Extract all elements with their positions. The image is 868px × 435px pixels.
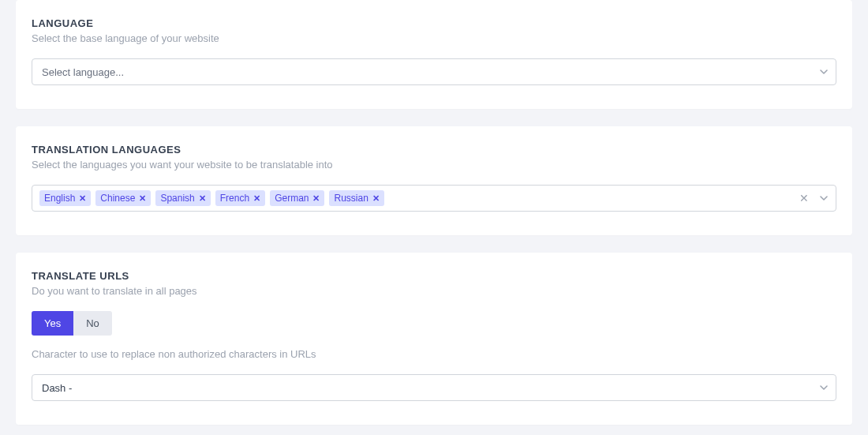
remove-tag-icon[interactable]: ✕: [312, 193, 320, 204]
language-tag[interactable]: Chinese ✕: [95, 190, 151, 206]
language-title: LANGUAGE: [32, 17, 836, 29]
language-select[interactable]: Select language...: [32, 58, 836, 85]
tag-label: German: [275, 193, 309, 204]
chevron-down-icon[interactable]: [820, 194, 828, 202]
clear-all-icon[interactable]: ✕: [799, 192, 809, 204]
remove-tag-icon[interactable]: ✕: [199, 193, 206, 204]
tag-label: French: [220, 193, 249, 204]
language-tag[interactable]: German ✕: [270, 190, 324, 206]
language-tag[interactable]: Spanish ✕: [155, 190, 210, 206]
chevron-down-icon: [820, 384, 828, 392]
language-select-placeholder: Select language...: [42, 66, 124, 78]
translate-urls-desc: Do you want to translate in all pages: [32, 285, 836, 297]
url-char-select[interactable]: Dash -: [32, 374, 836, 401]
remove-tag-icon[interactable]: ✕: [139, 193, 146, 204]
remove-tag-icon[interactable]: ✕: [253, 193, 260, 204]
language-card: LANGUAGE Select the base language of you…: [16, 0, 852, 109]
translation-languages-card: TRANSLATION LANGUAGES Select the languag…: [16, 126, 852, 235]
remove-tag-icon[interactable]: ✕: [79, 193, 86, 204]
language-tag[interactable]: French ✕: [215, 190, 265, 206]
url-char-desc: Character to use to replace non authoriz…: [32, 348, 836, 360]
language-tag[interactable]: English ✕: [39, 190, 91, 206]
tag-label: Russian: [334, 193, 368, 204]
translation-languages-desc: Select the languages you want your websi…: [32, 159, 836, 171]
yes-button[interactable]: Yes: [32, 311, 73, 336]
translate-urls-card: TRANSLATE URLS Do you want to translate …: [16, 253, 852, 425]
translate-urls-title: TRANSLATE URLS: [32, 270, 836, 282]
chevron-down-icon: [820, 68, 828, 76]
language-tag[interactable]: Russian ✕: [329, 190, 383, 206]
translation-languages-select[interactable]: English ✕ Chinese ✕ Spanish ✕ French ✕ G…: [32, 185, 836, 212]
url-char-value: Dash -: [42, 382, 72, 394]
tag-label: English: [44, 193, 75, 204]
no-button[interactable]: No: [73, 311, 112, 336]
translate-urls-toggle: Yes No: [32, 311, 112, 336]
tag-label: Chinese: [100, 193, 135, 204]
translation-languages-title: TRANSLATION LANGUAGES: [32, 144, 836, 156]
tag-label: Spanish: [160, 193, 194, 204]
remove-tag-icon[interactable]: ✕: [372, 193, 380, 204]
language-desc: Select the base language of your website: [32, 32, 836, 44]
